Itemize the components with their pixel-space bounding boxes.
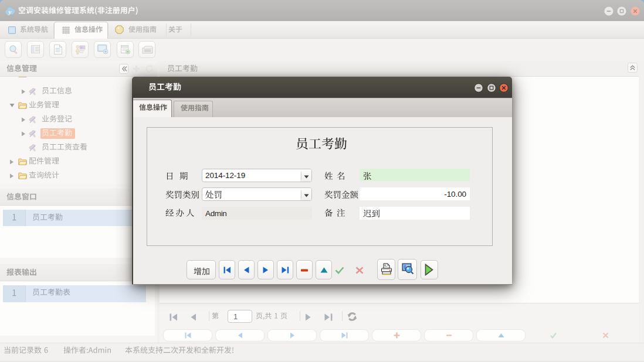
svg-text:y: y (8, 8, 12, 15)
